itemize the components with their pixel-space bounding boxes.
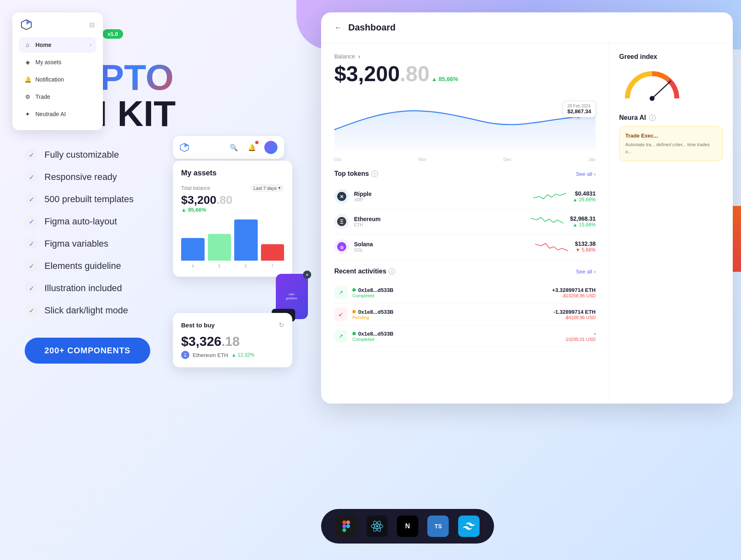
activity-dot-3 [352,332,356,335]
refresh-icon[interactable]: ↻ [279,321,284,329]
svg-point-21 [376,525,378,527]
sol-icon-svg: ◎ [337,242,347,252]
cta-button[interactable]: 200+ COMPONENTS [25,338,150,364]
activity-dot-2 [352,310,356,313]
svg-text:Ξ: Ξ [340,218,343,225]
sidebar-logo-icon [21,19,32,30]
ripple-icon: ✕ [334,189,349,204]
up-arrow-icon: ▲ [181,207,186,213]
sidebar-item-notification[interactable]: 🔔 Notification [19,72,96,87]
ai-icon: ✦ [24,110,31,118]
ethereum-icon: Ξ [334,214,349,229]
feature-label: Illustration included [44,283,122,294]
svg-text:✕: ✕ [340,194,344,200]
recent-activities-title: Recent activities i [334,268,395,275]
see-all-activities[interactable]: See all › [576,268,596,275]
bar-7 [261,244,284,261]
axis-jan: Jan [588,157,596,162]
check-icon: ✓ [25,215,38,228]
chevron-right-icon: › [594,268,596,275]
dash-change: ▲ 85,66% [431,76,458,82]
version-badge: v1.0 [103,29,123,39]
recent-activities-header: Recent activities i See all › [334,268,596,275]
token-ethereum: Ξ Ethereum ETH $2,968.31 ▲ 15,66% [334,209,596,234]
sidebar-item-neutrade-ai[interactable]: ✦ Neutrade AI [19,106,96,122]
eth-icon: Ξ [181,351,189,359]
chevron-right-icon: › [594,171,596,177]
best-buy-coin: Ξ Ethereum ETH ▲ 12.32% [181,351,284,359]
feature-item: ✓ 500 prebuilt templates [25,193,181,206]
sidebar-toggle-icon[interactable]: ⊟ [89,21,95,29]
see-all-tokens[interactable]: See all › [576,171,596,177]
check-icon: ✓ [25,193,38,206]
tailwind-icon [463,522,475,530]
sidebar-item-home[interactable]: ⌂ Home › [19,37,96,53]
feature-item: ✓ Elements guideline [25,259,181,273]
solana-sparkline [535,240,568,253]
bar-labels: 4 5 6 7 [181,264,284,268]
solana-price: $132.38 ▼ 5,66% [575,240,596,253]
notification-dot [255,141,259,144]
dashboard-sidebar: Greed index Fear & Greed Neura AI i [609,43,733,401]
balance-amount: $3,200.80 ▲ 85,66% [181,194,284,213]
assets-title: My assets [181,169,284,177]
back-button[interactable]: ← [334,23,342,32]
feature-label: Elements guideline [44,261,121,271]
search-button[interactable]: 🔍 [228,142,240,153]
neura-info-icon: i [649,114,656,121]
sidebar-item-assets[interactable]: ◈ My assets [19,54,96,70]
ripple-sparkline [533,190,566,203]
user-avatar[interactable] [264,141,277,154]
eth-icon-svg: Ξ [337,217,347,226]
best-buy-amount: $3,326.18 [181,334,284,349]
dash-balance-display: $3,200.80 ▲ 85,66% [334,61,596,86]
feature-item: ✓ Illustration included [25,282,181,295]
sidebar-item-trade[interactable]: ⚙ Trade [19,89,96,105]
period-selector[interactable]: Last 7 days ▾ [250,184,284,192]
check-icon: ✓ [25,304,38,317]
ethereum-sparkline [531,215,564,228]
trade-exec-card: Trade Exec... Automate tra... defined cr… [619,126,723,161]
change-indicator: ▲ 12.32% [231,352,254,358]
svg-rect-19 [343,528,346,532]
svg-rect-17 [346,520,350,524]
check-icon: ✓ [25,259,38,273]
balance-label-dash: Balance [334,53,355,60]
next-badge: N [397,516,418,537]
trade-icon: ⚙ [24,93,31,100]
info-icon: i [371,170,378,177]
svg-marker-4 [26,20,31,25]
svg-point-20 [346,524,350,528]
svg-marker-6 [184,143,189,147]
activity-2-info: 0x1e8...d533B Pending [352,309,553,320]
activity-down-icon: ↙ [334,308,347,321]
chevron-right-icon: › [90,42,91,48]
feature-item: ✓ Responsive ready [25,170,181,184]
svg-line-13 [652,81,671,98]
feature-item: ✓ Figma auto-layout [25,215,181,228]
trade-exec-desc: Automate tra... defined criter... time t… [625,141,717,155]
dash-balance-row: Balance › [334,53,596,60]
ripple-info: Ripple XRP [354,191,527,202]
sidebar-label-assets: My assets [35,59,61,65]
features-list: ✓ Fully customizable ✓ Responsive ready … [25,148,181,317]
chart-price: $2,867.34 [567,108,591,114]
app-topbar: 🔍 🔔 [173,136,284,159]
activity-up-icon: ↗ [334,286,347,299]
activity-3: ↗ 0x1e8...d533B Completed - -10295,01 US… [334,325,596,347]
activity-2: ↙ 0x1e8...d533B Pending -1.32899714 ETH … [334,303,596,325]
bar-6 [234,219,258,261]
dashboard-header: ← Dashboard [321,12,733,43]
sidebar-label-trade: Trade [35,93,50,100]
check-icon: ✓ [25,237,38,250]
tailwind-badge [458,516,480,537]
react-icon [371,520,383,532]
activity-3-icon: ↗ [334,329,347,343]
check-icon: ✓ [25,170,38,184]
notification-button[interactable]: 🔔 [246,142,258,153]
svg-rect-18 [343,524,346,528]
greed-index-section: Greed index Fear & Greed [619,53,723,104]
feature-label: Figma auto-layout [44,216,117,227]
notification-icon: 🔔 [24,76,31,83]
close-popup-button[interactable]: ✕ [303,271,311,279]
